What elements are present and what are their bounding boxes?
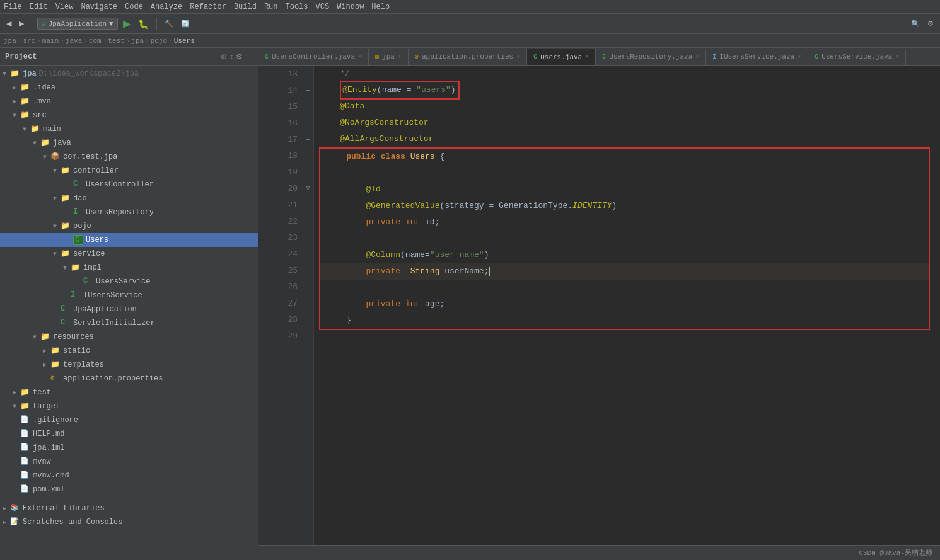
tab-users[interactable]: C Users.java × (527, 49, 596, 65)
sync-button[interactable]: 🔄 (178, 18, 192, 29)
sidebar-add-btn[interactable]: ⊕ (221, 52, 227, 61)
tab-app-props[interactable]: ⚙ application.properties × (409, 49, 527, 65)
search-button[interactable]: 🔍 (908, 18, 922, 29)
tab-icon-jpa: m (375, 54, 379, 60)
tree-item-jpa-root[interactable]: ▼ 📁 jpa D:\idea_workspace2\jpa (0, 67, 258, 81)
tree-label-usersservice: UsersService (96, 277, 150, 286)
tree-item-users[interactable]: ▶ C Users (0, 233, 258, 247)
tree-item-help[interactable]: ▶ 📄 HELP.md (0, 427, 258, 441)
code-line-19 (320, 165, 929, 181)
tree-item-impl[interactable]: ▼ 📁 impl (0, 261, 258, 275)
tab-userscontroller[interactable]: C UsersController.java × (258, 49, 369, 65)
menu-window[interactable]: Window (337, 3, 364, 11)
breadcrumb-com[interactable]: com (89, 37, 102, 45)
tab-jpa[interactable]: m jpa × (369, 49, 409, 65)
tree-item-java[interactable]: ▼ 📁 java (0, 136, 258, 150)
tree-item-usersrepository[interactable]: ▶ I UsersRepository (0, 205, 258, 219)
tree-item-service[interactable]: ▼ 📁 service (0, 247, 258, 261)
tree-item-idea[interactable]: ▶ 📁 .idea (0, 81, 258, 94)
tree-label-scratches: Scratches and Consoles (23, 518, 122, 527)
tree-item-mvn[interactable]: ▶ 📁 .mvn (0, 94, 258, 108)
tab-usersservice[interactable]: C UsersService.java × (808, 49, 906, 65)
tab-close-jpa[interactable]: × (398, 54, 402, 60)
tree-item-iml[interactable]: ▶ 📄 jpa.iml (0, 441, 258, 455)
code-area[interactable]: */ @Entity(name = "users") @Data @NoArgs… (314, 66, 940, 545)
tab-close-app-props[interactable]: × (516, 54, 520, 60)
tree-item-pojo[interactable]: ▼ 📁 pojo (0, 219, 258, 233)
menu-vcs[interactable]: VCS (316, 3, 330, 11)
menu-view[interactable]: View (55, 3, 74, 11)
sidebar-collapse-btn[interactable]: — (245, 52, 253, 61)
menu-code[interactable]: Code (125, 3, 143, 11)
menu-file[interactable]: File (4, 3, 22, 11)
run-button[interactable]: ▶ (120, 16, 133, 31)
tree-item-usersservice[interactable]: ▶ C UsersService (0, 275, 258, 289)
menu-refactor[interactable]: Refactor (190, 3, 226, 11)
tab-close-usersrepository[interactable]: × (695, 54, 699, 60)
tree-item-userscontroller[interactable]: ▶ C UsersController (0, 178, 258, 191)
tree-item-static[interactable]: ▶ 📁 static (0, 344, 258, 358)
tab-icon-iusersservice: I (712, 54, 716, 60)
build-button[interactable]: 🔨 (162, 18, 176, 29)
run-config-dropdown[interactable]: ☕ JpaApplication ▼ (37, 18, 118, 30)
code-block: */ @Entity(name = "users") @Data @NoArgs… (314, 66, 940, 346)
tree-item-src[interactable]: ▼ 📁 src (0, 108, 258, 122)
tree-item-scratches[interactable]: ▶ 📝 Scratches and Consoles (0, 515, 258, 529)
breadcrumb-test[interactable]: test (108, 37, 124, 45)
tree-item-iusersservice[interactable]: ▶ I IUsersService (0, 289, 258, 302)
breadcrumb-pojo[interactable]: pojo (151, 37, 167, 45)
menu-help[interactable]: Help (371, 3, 390, 11)
menu-navigate[interactable]: Navigate (81, 3, 117, 11)
gutter-14[interactable]: — (303, 82, 313, 98)
debug-button[interactable]: 🐛 (136, 18, 151, 30)
menu-edit[interactable]: Edit (30, 3, 48, 11)
forward-button[interactable]: ▶ (16, 18, 26, 29)
tree-item-controller[interactable]: ▼ 📁 controller (0, 164, 258, 178)
tree-item-dao[interactable]: ▼ 📁 dao (0, 191, 258, 205)
tree-item-gitignore[interactable]: ▶ 📄 .gitignore (0, 413, 258, 427)
tree-item-target[interactable]: ▼ 📁 target (0, 399, 258, 413)
tree-item-mvnw-cmd[interactable]: ▶ 📄 mvnw.cmd (0, 469, 258, 483)
settings-button[interactable]: ⚙ (925, 18, 936, 29)
breadcrumb-src[interactable]: src (23, 37, 35, 45)
tree-item-package[interactable]: ▼ 📦 com.test.jpa (0, 150, 258, 164)
tab-close-usersservice[interactable]: × (895, 54, 899, 60)
tree-arrow-resources: ▼ (33, 334, 40, 341)
tree-label-gitignore: .gitignore (33, 416, 78, 425)
tree-item-servletinitializer[interactable]: ▶ C ServletInitializer (0, 316, 258, 330)
sidebar-sort-btn[interactable]: ↕ (229, 52, 233, 61)
editor-content[interactable]: 13 14 15 16 17 18 19 20 21 22 23 24 25 2… (258, 66, 940, 545)
tree-item-test[interactable]: ▶ 📁 test (0, 386, 258, 399)
menu-build[interactable]: Build (234, 3, 257, 11)
tab-close-users[interactable]: × (585, 54, 589, 60)
gutter-17[interactable]: — (303, 131, 313, 147)
gutter-20[interactable]: ▽ (303, 180, 313, 197)
breadcrumb-jpa[interactable]: jpa (4, 37, 16, 45)
breadcrumb-main[interactable]: main (42, 37, 59, 45)
sidebar-settings-btn[interactable]: ⚙ (236, 52, 243, 61)
tab-iusersservice[interactable]: I IUsersService.java × (706, 49, 808, 65)
tree-item-jpaapplication[interactable]: ▶ C JpaApplication (0, 302, 258, 316)
back-button[interactable]: ◀ (4, 18, 14, 29)
package-icon: 📦 (50, 152, 61, 162)
tree-item-main[interactable]: ▼ 📁 main (0, 122, 258, 136)
folder-icon-target: 📁 (20, 401, 30, 411)
breadcrumb-java[interactable]: java (66, 37, 82, 45)
line-num-13: 13 (258, 66, 303, 82)
tree-item-resources[interactable]: ▼ 📁 resources (0, 330, 258, 344)
tree-item-templates[interactable]: ▶ 📁 templates (0, 358, 258, 372)
menu-tools[interactable]: Tools (286, 3, 308, 11)
tab-usersrepository[interactable]: C UsersRepository.java × (596, 49, 706, 65)
menu-run[interactable]: Run (264, 3, 278, 11)
breadcrumb-jpa2[interactable]: jpa (131, 37, 144, 45)
breadcrumb-users[interactable]: Users (174, 37, 195, 45)
tab-close-iusersservice[interactable]: × (798, 54, 801, 60)
tree-item-app-props[interactable]: ▶ ⚙ application.properties (0, 372, 258, 386)
menu-analyze[interactable]: Analyze (151, 3, 182, 11)
tree-item-mvnw[interactable]: ▶ 📄 mvnw (0, 455, 258, 469)
tree-label-java: java (53, 139, 71, 147)
tree-item-external-libraries[interactable]: ▶ 📚 External Libraries (0, 501, 258, 515)
tree-item-pom[interactable]: ▶ 📄 pom.xml (0, 483, 258, 496)
tab-close-userscontroller[interactable]: × (358, 54, 362, 60)
gutter-21[interactable]: — (303, 197, 313, 213)
